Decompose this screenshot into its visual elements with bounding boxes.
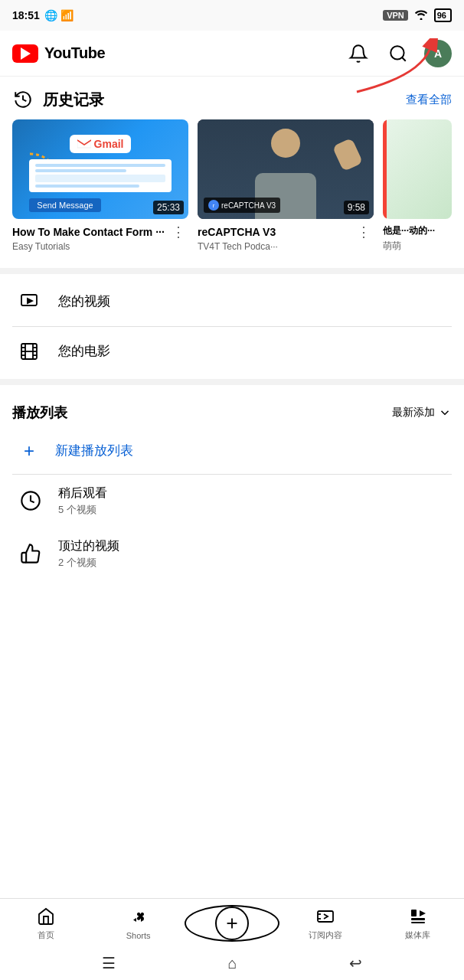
new-playlist-button[interactable]: + 新建播放列表 [0,428,464,474]
video-title-3: 他是···动的··· [383,225,452,237]
user-avatar: A [424,40,452,67]
your-videos-label: 您的视频 [58,292,110,310]
nav-home-label: 首页 [38,929,54,941]
video-channel-3: 萌萌 [383,240,452,253]
liked-videos-item[interactable]: 顶过的视频 2 个视频 [0,528,464,580]
sort-button[interactable]: 最新添加 [392,406,452,420]
svg-point-0 [390,46,404,59]
watch-later-name: 稍后观看 [58,485,446,501]
svg-rect-16 [318,911,333,922]
nav-subscriptions-label: 订阅内容 [309,929,342,941]
avatar-button[interactable]: A [424,40,452,67]
watch-later-item[interactable]: 稍后观看 5 个视频 [0,475,464,528]
header: YouTube A [0,31,464,77]
duration-badge-1: 25:33 [153,201,184,214]
header-icons: A [345,40,452,67]
film-icon [18,341,40,362]
logo-area: YouTube [12,44,105,63]
video-card-2[interactable]: r reCAPTCHA V3 9:58 reCAPTCHA V3 TV4T Te… [198,119,374,253]
video-thumbnail-3 [383,119,452,219]
playlist-title: 播放列表 [12,403,67,422]
play-triangle [21,47,31,60]
video-title-1: How To Make Contact Form ··· [12,225,168,239]
divider-2 [0,379,464,385]
watch-later-count: 5 个视频 [58,503,446,517]
youtube-wordmark: YouTube [44,44,105,62]
thumbnail-bg-3 [383,119,452,219]
history-section-header: 历史记录 查看全部 [0,77,464,119]
svg-rect-19 [411,910,417,916]
divider-1 [0,268,464,274]
svg-rect-22 [411,922,425,923]
video-meta-2: reCAPTCHA V3 TV4T Tech Podca··· [198,225,354,252]
svg-marker-4 [28,299,32,303]
thumbsup-icon [18,541,43,566]
nav-subscriptions[interactable]: 订阅内容 [279,906,371,941]
status-time: 18:51 [12,9,40,21]
android-home-icon: ⌂ [227,955,237,972]
your-movies-label: 您的电影 [58,342,110,360]
nav-shorts[interactable]: Shorts [92,907,184,940]
video-channel-1: Easy Tutorials [12,241,168,252]
video-channel-2: TV4T Tech Podca··· [198,241,354,252]
svg-rect-21 [411,918,425,920]
notifications-button[interactable] [345,40,372,67]
history-video-list: Gmail Send Message 25:33 How To Make [0,119,464,265]
android-back-icon: ↩ [349,954,362,972]
video-info-2: reCAPTCHA V3 TV4T Tech Podca··· ⋮ [198,219,374,252]
playlist-header: 播放列表 最新添加 [0,388,464,428]
shorts-icon [128,907,149,929]
android-nav-bar: ☰ ⌂ ↩ [0,946,464,980]
nav-create[interactable] [185,905,279,942]
video-info-3: 他是···动的··· 萌萌 [383,219,452,253]
video-options-1[interactable]: ⋮ [168,225,188,239]
video-meta-3: 他是···动的··· 萌萌 [383,225,452,253]
youtube-logo-icon [12,44,38,63]
your-movies-item[interactable]: 您的电影 [0,327,464,376]
watch-later-meta: 稍后观看 5 个视频 [58,485,446,517]
video-options-2[interactable]: ⋮ [354,225,374,239]
your-videos-item[interactable]: 您的视频 [0,277,464,326]
plus-icon: + [18,440,40,462]
sort-label: 最新添加 [392,406,435,420]
video-title-2: reCAPTCHA V3 [198,225,354,239]
nav-home[interactable]: 首页 [0,906,92,941]
clock-icon [18,488,43,513]
new-playlist-label: 新建播放列表 [55,442,133,459]
video-meta-1: How To Make Contact Form ··· Easy Tutori… [12,225,168,252]
android-menu-icon: ☰ [102,954,116,972]
library-icon [407,906,429,927]
status-bar: 18:51 🌐 📶 VPN 96 [0,0,464,31]
bottom-nav: 首页 Shorts [0,898,464,980]
create-button[interactable] [215,906,249,940]
history-title-area: 历史记录 [12,89,104,110]
video-card-1[interactable]: Gmail Send Message 25:33 How To Make [12,119,188,253]
liked-videos-meta: 顶过的视频 2 个视频 [58,538,446,570]
video-thumbnail-2: r reCAPTCHA V3 9:58 [198,119,374,219]
liked-videos-count: 2 个视频 [58,556,446,570]
history-title: 历史记录 [43,90,104,110]
duration-badge-2: 9:58 [344,201,369,214]
vpn-badge: VPN [383,10,408,21]
video-info-1: How To Make Contact Form ··· Easy Tutori… [12,219,188,252]
wifi-icon [414,9,428,22]
history-icon [12,89,34,110]
view-all-button[interactable]: 查看全部 [406,93,452,107]
status-icons: 🌐 📶 [44,9,74,21]
nav-library-label: 媒体库 [405,929,430,941]
bottom-spacer [0,580,464,672]
liked-videos-name: 顶过的视频 [58,538,446,554]
nav-items: 首页 Shorts [0,899,464,946]
nav-shorts-label: Shorts [126,931,151,940]
battery-icon: 96 [434,8,452,22]
subscriptions-icon [315,906,336,927]
nav-library[interactable]: 媒体库 [372,906,464,941]
home-icon [35,906,57,927]
play-icon [18,291,40,312]
svg-marker-20 [420,910,426,916]
search-button[interactable] [384,40,412,67]
video-card-3[interactable]: 他是···动的··· 萌萌 [383,119,452,253]
video-thumbnail-1: Gmail Send Message 25:33 [12,119,188,219]
